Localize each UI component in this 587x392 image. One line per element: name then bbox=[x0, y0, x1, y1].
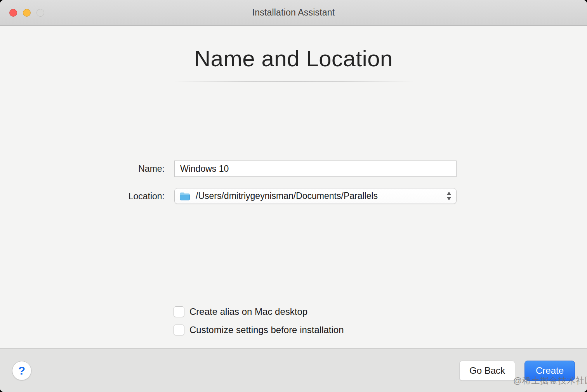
location-value: /Users/dmitriygeynisman/Documents/Parall… bbox=[196, 191, 443, 201]
name-row: Name: bbox=[0, 161, 587, 177]
footer-bar: ? Go Back Create bbox=[0, 348, 587, 392]
name-label: Name: bbox=[0, 161, 165, 177]
folder-icon bbox=[179, 192, 190, 200]
installation-assistant-window: Installation Assistant Name and Location… bbox=[0, 0, 587, 392]
location-label: Location: bbox=[0, 188, 165, 204]
location-row: Location: /Users/dmitriygeynisman/Docume… bbox=[0, 188, 587, 204]
name-input[interactable] bbox=[174, 161, 457, 177]
location-select[interactable]: /Users/dmitriygeynisman/Documents/Parall… bbox=[174, 188, 457, 204]
window-title: Installation Assistant bbox=[252, 7, 335, 18]
minimize-button[interactable] bbox=[23, 9, 31, 17]
checkbox-label: Customize settings before installation bbox=[189, 325, 344, 335]
titlebar: Installation Assistant bbox=[0, 0, 587, 26]
watermark: @稀土掘金技术社区 bbox=[513, 375, 587, 387]
checkbox-box-create-alias[interactable] bbox=[174, 306, 184, 317]
zoom-button bbox=[36, 9, 44, 17]
checkbox-box-customize-settings[interactable] bbox=[174, 325, 184, 335]
content-area: Name and Location Name: Location: /Users… bbox=[0, 26, 587, 348]
checkbox-label: Create alias on Mac desktop bbox=[189, 306, 307, 317]
close-button[interactable] bbox=[9, 9, 17, 17]
page-title: Name and Location bbox=[0, 45, 587, 71]
traffic-lights bbox=[9, 0, 44, 25]
go-back-button[interactable]: Go Back bbox=[459, 361, 515, 381]
up-down-arrows-icon bbox=[446, 192, 452, 200]
checkbox-create-alias[interactable]: Create alias on Mac desktop bbox=[174, 306, 307, 317]
checkbox-customize-settings[interactable]: Customize settings before installation bbox=[174, 325, 344, 335]
heading-divider bbox=[174, 81, 413, 82]
help-button[interactable]: ? bbox=[12, 361, 31, 380]
